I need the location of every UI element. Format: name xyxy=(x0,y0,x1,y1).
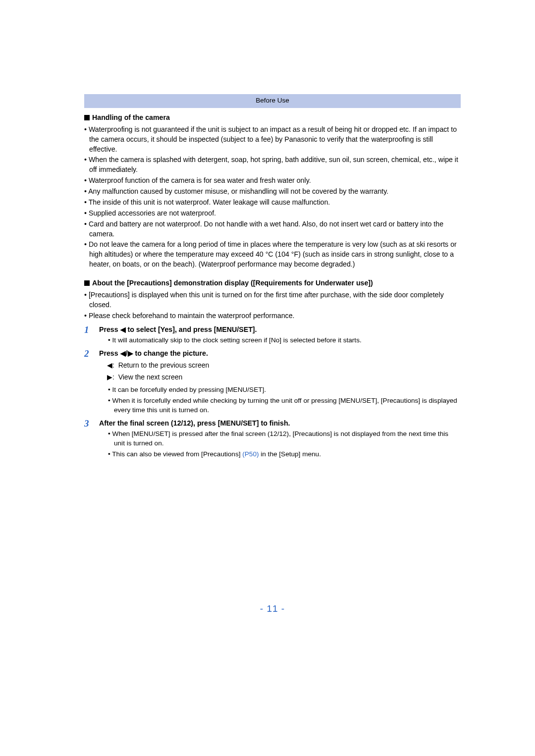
list-item: This can also be viewed from [Precaution… xyxy=(108,449,461,459)
section-banner: Before Use xyxy=(84,94,461,108)
list-item: Do not leave the camera for a long perio… xyxy=(84,240,461,270)
handling-bullets: Waterproofing is not guaranteed if the u… xyxy=(84,125,461,270)
text: in the [Setup] menu. xyxy=(259,450,321,458)
step-sub: When [MENU/SET] is pressed after the fin… xyxy=(99,429,461,458)
list-item: Card and battery are not waterproof. Do … xyxy=(84,219,461,239)
list-item: It will automatically skip to the clock … xyxy=(108,335,461,345)
list-item: It can be forcefully ended by pressing [… xyxy=(108,385,461,394)
square-bullet-icon xyxy=(84,115,90,120)
step-2: 2 Press ◀/▶ to change the picture. ◀: Re… xyxy=(84,349,461,414)
step-number: 1 xyxy=(84,324,89,337)
arrow-left-text: Return to the previous screen xyxy=(118,361,210,369)
step-title: Press ◀/▶ to change the picture. xyxy=(99,349,461,359)
list-item: Any malfunction caused by customer misus… xyxy=(84,187,461,197)
text: This can also be viewed from [Precaution… xyxy=(112,450,242,458)
step-number: 2 xyxy=(84,347,89,361)
arrow-right-row: ▶: View the next screen xyxy=(107,373,461,382)
list-item: [Precautions] is displayed when this uni… xyxy=(84,290,461,310)
list-item: Please check beforehand to maintain the … xyxy=(84,311,461,321)
list-item: When [MENU/SET] is pressed after the fin… xyxy=(108,429,461,448)
steps-list: 1 Press ◀ to select [Yes], and press [ME… xyxy=(84,325,461,459)
step-title: After the final screen (12/12), press [M… xyxy=(99,419,461,429)
list-item: Waterproof function of the camera is for… xyxy=(84,176,461,186)
square-bullet-icon xyxy=(84,280,90,286)
list-item: When it is forcefully ended while checki… xyxy=(108,396,461,415)
step-sub: It can be forcefully ended by pressing [… xyxy=(99,385,461,414)
precautions-bullets: [Precautions] is displayed when this uni… xyxy=(84,290,461,321)
arrow-left-row: ◀: Return to the previous screen xyxy=(107,361,461,371)
manual-page: Before Use Handling of the camera Waterp… xyxy=(0,0,535,645)
heading-handling: Handling of the camera xyxy=(84,113,461,123)
list-item: Supplied accessories are not waterproof. xyxy=(84,209,461,218)
step-sub: It will automatically skip to the clock … xyxy=(99,335,461,345)
step-3: 3 After the final screen (12/12), press … xyxy=(84,419,461,459)
step-number: 3 xyxy=(84,417,89,431)
heading-text: About the [Precautions] demonstration di… xyxy=(92,279,373,287)
heading-precautions: About the [Precautions] demonstration di… xyxy=(84,278,461,288)
page-ref-link[interactable]: (P50) xyxy=(242,450,259,458)
step-1: 1 Press ◀ to select [Yes], and press [ME… xyxy=(84,325,461,345)
list-item: When the camera is splashed with deterge… xyxy=(84,155,461,175)
arrow-right-text: View the next screen xyxy=(118,373,183,381)
list-item: The inside of this unit is not waterproo… xyxy=(84,198,461,208)
heading-text: Handling of the camera xyxy=(92,113,170,121)
page-number: - 11 - xyxy=(84,602,461,616)
list-item: Waterproofing is not guaranteed if the u… xyxy=(84,125,461,155)
step-title: Press ◀ to select [Yes], and press [MENU… xyxy=(99,325,461,335)
